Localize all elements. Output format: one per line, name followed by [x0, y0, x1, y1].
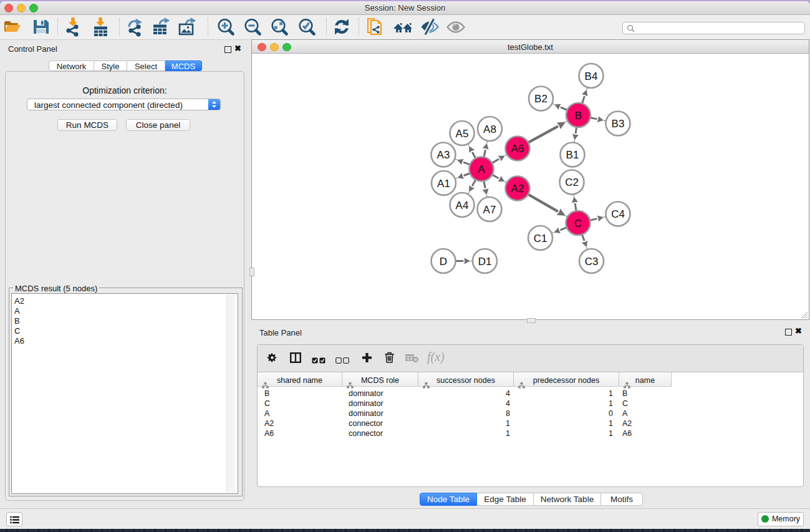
svg-text:A: A: [478, 163, 485, 175]
svg-text:B4: B4: [585, 70, 598, 82]
svg-text:A4: A4: [456, 200, 469, 211]
svg-text:C1: C1: [534, 233, 547, 244]
svg-text:A1: A1: [437, 178, 450, 190]
svg-text:C4: C4: [611, 208, 625, 220]
svg-text:D: D: [440, 256, 447, 268]
svg-text:A8: A8: [483, 123, 496, 135]
svg-text:B3: B3: [612, 118, 625, 130]
svg-text:A3: A3: [437, 149, 450, 161]
svg-text:C2: C2: [565, 177, 579, 188]
svg-text:B: B: [575, 110, 582, 122]
svg-text:A6: A6: [511, 143, 524, 155]
svg-text:A2: A2: [511, 183, 524, 195]
svg-text:A7: A7: [483, 204, 496, 216]
svg-text:C: C: [574, 218, 582, 230]
svg-text:B2: B2: [534, 93, 547, 105]
svg-text:B1: B1: [566, 149, 579, 161]
svg-text:C3: C3: [585, 256, 599, 268]
svg-text:A5: A5: [456, 128, 469, 140]
svg-text:D1: D1: [478, 256, 492, 268]
